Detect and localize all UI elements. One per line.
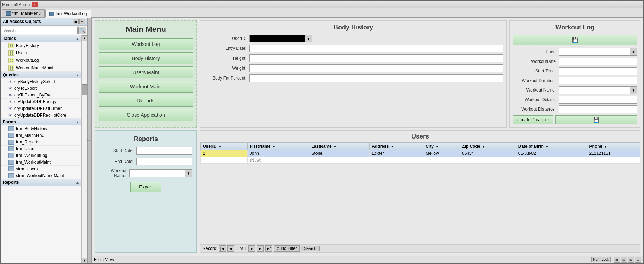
height-input[interactable]: 1.75 (249, 54, 503, 62)
sidebar-collapse-btn[interactable]: « (79, 19, 85, 24)
sidebar-item-users[interactable]: Users (1, 49, 81, 57)
start-date-row: Start Date: 01-Sep-15 (99, 147, 192, 155)
sidebar-label-sfrm-users: sfrm_Users (16, 166, 38, 171)
nav-new-btn[interactable]: ►* (265, 245, 272, 252)
col-city[interactable]: City ▼ (423, 143, 460, 150)
sidebar-item-qryupdateddpenergy[interactable]: ✶ qryUpdateDDPEnergy (1, 99, 81, 105)
nav-first-btn[interactable]: |◄ (219, 245, 226, 252)
col-phone[interactable]: Phone ▼ (587, 143, 640, 150)
tables-section-label: Tables (3, 36, 16, 41)
search-input[interactable] (2, 27, 78, 34)
sidebar-item-qryupdateddpredhotcore[interactable]: ✶ qryUpdateDDPRedHotCore (1, 112, 81, 119)
body-history-panel: Body History UserID: Stone ▼ Entry Date:… (200, 20, 507, 128)
workout-save-bottom-button[interactable]: 💾 (555, 115, 637, 124)
close-button[interactable]: × (32, 2, 38, 7)
col-address[interactable]: Address ▼ (370, 143, 423, 150)
col-dob[interactable]: Date of Birth ▼ (516, 143, 587, 150)
workout-name-report-input[interactable]: Chest, Triceps An (129, 169, 185, 177)
nav-prev-btn[interactable]: ◄ (227, 245, 234, 252)
search-nav-btn[interactable]: Search (301, 246, 320, 251)
sidebar-item-qrytoexport[interactable]: ✶ qryToExport (1, 85, 81, 92)
scroll-thumb[interactable] (82, 84, 87, 95)
sidebar-item-frm-mainmenu[interactable]: frm_MainMenu (1, 132, 81, 139)
sidebar-reports-section[interactable]: Reports ▲ (1, 179, 81, 186)
workout-maint-button[interactable]: Workout Maint (99, 81, 193, 93)
entry-date-input[interactable]: 11-Sep-15 (249, 45, 503, 52)
userid-input[interactable]: Stone (249, 35, 305, 42)
workout-details-input[interactable] (559, 96, 637, 104)
workout-name-input[interactable] (559, 86, 630, 94)
col-firstname[interactable]: FirstName ▼ (247, 143, 309, 150)
body-history-button[interactable]: Body History (99, 52, 193, 64)
workout-name-dropdown-btn[interactable]: ▼ (630, 86, 637, 94)
reports-button[interactable]: Reports (99, 95, 193, 107)
workout-log-button[interactable]: Workout Log (99, 38, 193, 50)
nav-last-btn[interactable]: ►| (257, 245, 264, 252)
sidebar-item-frm-users[interactable]: frm_Users (1, 146, 81, 152)
start-date-input[interactable]: 01-Sep-15 (136, 147, 192, 155)
col-zipcode[interactable]: Zip Code ▼ (460, 143, 516, 150)
start-date-label: Start Date: (99, 148, 136, 153)
users-maint-button[interactable]: Users Maint (99, 66, 193, 78)
sidebar-menu-btn[interactable]: ☰ (73, 19, 79, 24)
user-input[interactable] (559, 48, 630, 56)
workout-name-report-dropdown[interactable]: ▼ (185, 169, 192, 177)
tables-section-header[interactable]: Tables ▲ (1, 35, 81, 42)
sidebar-item-workoutnamemaint[interactable]: WorkoutNameMaint (1, 64, 81, 72)
sidebar-item-frm-bodyhistory[interactable]: frm_BodyHistory (1, 125, 81, 132)
scroll-down-arrow[interactable]: ▼ (82, 258, 87, 263)
scroll-up-arrow[interactable]: ▲ (82, 35, 87, 41)
cell-userid: 2 (201, 150, 248, 157)
nav-next-btn[interactable]: ► (248, 245, 255, 252)
col-userid[interactable]: UserID ▼ (201, 143, 248, 150)
search-button[interactable]: 🔍 (78, 27, 86, 34)
sidebar-item-qrytoexportbyexer[interactable]: ✶ qryToExport_ByExer (1, 92, 81, 99)
users-table-wrapper: UserID ▼ FirstName ▼ LastName (200, 142, 640, 244)
forms-section-header[interactable]: Forms ▲ (1, 119, 81, 125)
workout-duration-input[interactable] (559, 77, 637, 84)
col-lastname[interactable]: LastName ▼ (309, 143, 370, 150)
workout-date-label: WorkoutDate (513, 59, 559, 64)
workout-date-input[interactable] (559, 58, 637, 65)
sidebar-item-frm-reports[interactable]: frm_Reports (1, 139, 81, 146)
sidebar-scrollbar[interactable]: ▲ ▼ (81, 35, 87, 263)
col-userid-label: UserID (203, 144, 217, 149)
end-date-input[interactable]: 26-Sep-15 (136, 158, 192, 165)
sidebar-item-sfrm-users[interactable]: sfrm_Users (1, 166, 81, 172)
table-row-new[interactable]: (New) (201, 157, 640, 164)
table-row[interactable]: 2 John Stone Ecxter Mellow 65434 01-Jul-… (201, 150, 640, 157)
table-icon-workoutnamemaint (8, 65, 14, 71)
no-filter-btn[interactable]: ⊘ No Filter (274, 245, 299, 252)
status-icon-4: ⊡ (635, 257, 641, 263)
sidebar-item-bodyhistory[interactable]: BodyHistory (1, 42, 81, 49)
sidebar-item-qryupdateddpfatburner[interactable]: ✶ qryUpdateDDPFatBurner (1, 105, 81, 112)
col-zipcode-label: Zip Code (462, 144, 480, 149)
user-dropdown-btn[interactable]: ▼ (630, 48, 637, 56)
tab-frm-mainmenu[interactable]: frm_MainMenu (2, 9, 45, 17)
weight-input[interactable]: 82 (249, 64, 503, 72)
export-button[interactable]: Export (130, 182, 161, 192)
col-dob-sort: ▼ (546, 145, 548, 148)
close-application-button[interactable]: Close Application (99, 109, 193, 121)
end-date-label: End Date: (99, 159, 136, 164)
sidebar-item-frm-workoutlog[interactable]: frm_WorkoutLog (1, 152, 81, 159)
body-fat-input[interactable]: 30.00% (249, 74, 503, 82)
sidebar-divider[interactable]: ⋮ (87, 18, 92, 263)
query-icon-2: ✶ (8, 86, 12, 91)
workout-distance-input[interactable]: 0 (559, 105, 637, 113)
users-table-head: UserID ▼ FirstName ▼ LastName (201, 143, 640, 150)
sidebar-header-icons: ☰ « (73, 19, 85, 24)
sidebar-item-qrybodyhistoryselect[interactable]: ✶ qryBodyHistorySelect (1, 78, 81, 85)
status-bar-right: Num Lock ⊞ ⊟ ⊠ ⊡ (591, 257, 641, 263)
sidebar-label-qrytoexportbyexer: qryToExport_ByExer (14, 93, 53, 98)
workout-save-top-button[interactable]: 💾 (513, 35, 637, 45)
update-durations-button[interactable]: Update Durations (513, 115, 553, 124)
queries-section-header[interactable]: Queries ▲ (1, 72, 81, 78)
userid-dropdown-btn[interactable]: ▼ (305, 35, 312, 42)
sidebar-item-sfrm-workoutnamemaint[interactable]: sfrm_WorkoutNameMaint (1, 172, 81, 179)
start-time-input[interactable] (559, 67, 637, 75)
sidebar-item-workoutlog[interactable]: WorkoutLog (1, 57, 81, 64)
tab-frm-workoutlog[interactable]: frm_WorkoutLog (45, 10, 91, 18)
sidebar-item-frm-workoutmaint[interactable]: frm_WorkoutMaint (1, 159, 81, 166)
tab-icon-mainmenu (6, 11, 11, 16)
